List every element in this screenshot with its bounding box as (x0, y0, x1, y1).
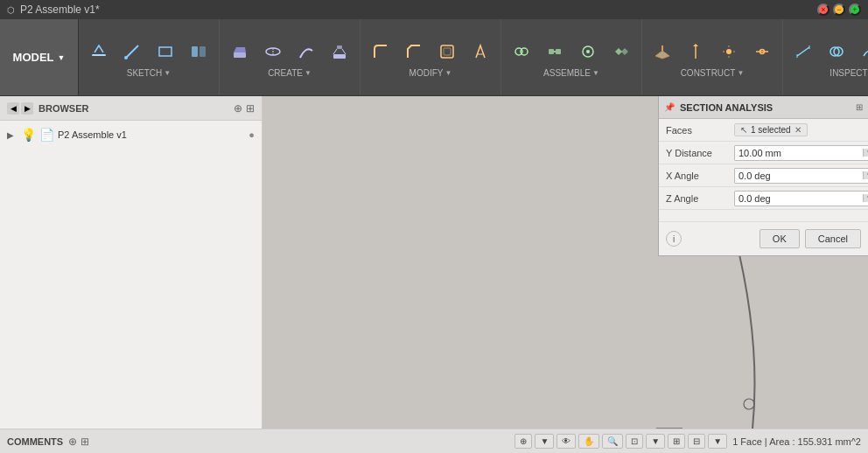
panel-row-xangle: X Angle ▼ (659, 164, 868, 187)
sketch-create-icon (89, 42, 108, 61)
viewport-grid2-button[interactable]: ⊟ (688, 434, 705, 449)
construct-icons (648, 37, 777, 66)
viewport-view-button[interactable]: 👁 (556, 434, 576, 449)
panel-info-button[interactable]: i (666, 231, 682, 247)
zangle-input-wrapper: ▼ (734, 191, 868, 206)
xangle-label: X Angle (666, 171, 727, 181)
faces-clear-button[interactable]: ✕ (794, 125, 802, 135)
assemble-motion-button[interactable] (606, 37, 636, 66)
create-revolve-button[interactable] (258, 37, 288, 66)
status-text: 1 Face | Area : 155.931 mm^2 (732, 436, 861, 447)
ydistance-label: Y Distance (666, 148, 727, 158)
section-panel-header: 📌 SECTION ANALYSIS ⊞ (659, 96, 868, 119)
create-group-label[interactable]: CREATE ▼ (268, 68, 312, 78)
svg-rect-18 (549, 49, 554, 54)
zangle-input[interactable] (735, 192, 863, 206)
inspect-group-label[interactable]: INSPECT ▼ (830, 68, 868, 78)
create-loft-button[interactable] (325, 37, 354, 66)
faces-field: ↖ 1 selected ✕ (734, 123, 861, 136)
create-extrude-button[interactable] (225, 37, 255, 66)
modify-fillet-button[interactable] (366, 37, 396, 66)
panel-title: SECTION ANALYSIS (680, 102, 850, 113)
assemble-group-label[interactable]: ASSEMBLE ▼ (543, 68, 599, 78)
modify-group-label[interactable]: MODIFY ▼ (410, 68, 452, 78)
fillet-icon (371, 42, 390, 61)
modify-draft-button[interactable] (466, 37, 495, 66)
ydistance-input[interactable] (735, 146, 863, 160)
xangle-dropdown-icon[interactable]: ▼ (863, 171, 868, 179)
viewport-pan-button[interactable]: ✋ (578, 434, 599, 449)
construct-group-label[interactable]: CONSTRUCT ▼ (681, 68, 745, 78)
panel-expand-icon[interactable]: ⊞ (856, 102, 863, 112)
modify-chamfer-button[interactable] (399, 37, 429, 66)
viewport-dropdown-button[interactable]: ▼ (646, 434, 665, 449)
zangle-label: Z Angle (666, 193, 727, 204)
svg-line-1 (126, 45, 138, 58)
modify-shell-button[interactable] (432, 37, 462, 66)
status-bar: 1 Face | Area : 155.931 mm^2 (732, 436, 861, 447)
inspect-measure-button[interactable] (788, 37, 818, 66)
svg-marker-7 (234, 47, 246, 52)
maximize-button[interactable]: + (849, 3, 861, 16)
zangle-dropdown-icon[interactable]: ▼ (863, 194, 868, 202)
inspect-curvature-button[interactable] (855, 37, 868, 66)
browser-back-button[interactable]: ◀ (7, 102, 19, 115)
browser-forward-button[interactable]: ▶ (21, 102, 33, 115)
browser-tree: ▶ 💡 📄 P2 Assemble v1 ● (0, 121, 262, 429)
sketch-rect-icon (156, 42, 175, 61)
viewport-settings-button[interactable]: ▼ (535, 434, 554, 449)
tree-item-p2assemble[interactable]: ▶ 💡 📄 P2 Assemble v1 ● (4, 124, 258, 145)
comments-add-button[interactable]: ⊕ (68, 436, 77, 448)
panel-row-faces: Faces ↖ 1 selected ✕ (659, 119, 868, 142)
svg-point-22 (586, 50, 590, 53)
model-chevron-icon: ▼ (58, 53, 66, 62)
create-sweep-button[interactable] (291, 37, 321, 66)
minimize-button[interactable]: − (833, 3, 845, 16)
model-menu-button[interactable]: MODEL ▼ (0, 19, 79, 95)
drive-icon (578, 42, 598, 61)
point-icon (719, 42, 738, 61)
sketch-rect-button[interactable] (150, 37, 180, 66)
panel-row-ydistance: Y Distance ▼ (659, 142, 868, 164)
assemble-drive-button[interactable] (573, 37, 603, 66)
browser-controls: ⊕ ⊞ (234, 102, 255, 115)
browser-panel: ◀ ▶ BROWSER ⊕ ⊞ ▶ 💡 📄 P2 Assemble v1 ● (0, 96, 262, 429)
construct-point-button[interactable] (714, 37, 744, 66)
sketch-create-button[interactable] (84, 37, 114, 66)
construct-axis-button[interactable] (681, 37, 710, 66)
viewport-display-button[interactable]: ▼ (708, 434, 727, 449)
svg-point-74 (744, 399, 754, 409)
svg-rect-5 (200, 46, 206, 57)
viewport-zoom-button[interactable]: 🔍 (602, 434, 623, 449)
inspect-interference-button[interactable] (822, 37, 851, 66)
construct-plane-button[interactable] (648, 37, 677, 66)
sketch-mirror-button[interactable] (184, 37, 214, 66)
viewport-grid-button[interactable]: ⊞ (668, 434, 685, 449)
viewport-fit-button[interactable]: ⊡ (626, 434, 643, 449)
assemble-joint-button[interactable] (507, 37, 536, 66)
svg-marker-26 (693, 44, 698, 46)
assemble-rigid-button[interactable] (540, 37, 570, 66)
comments-settings-button[interactable]: ⊞ (80, 436, 89, 448)
browser-settings-button[interactable]: ⊕ (234, 102, 242, 115)
sketch-line-button[interactable] (117, 37, 147, 66)
browser-collapse-button[interactable]: ⊞ (246, 102, 255, 115)
sketch-group-label[interactable]: SKETCH ▼ (127, 68, 171, 78)
viewport-home-button[interactable]: ⊕ (514, 434, 532, 449)
panel-pin-icon[interactable]: 📌 (664, 102, 675, 112)
close-button[interactable]: × (817, 3, 830, 16)
svg-rect-3 (159, 47, 172, 56)
browser-nav-arrows: ◀ ▶ (7, 102, 33, 115)
svg-rect-19 (556, 49, 561, 54)
viewport-tools: ⊕ ▼ 👁 ✋ 🔍 ⊡ ▼ ⊞ ⊟ ▼ (514, 434, 727, 449)
svg-rect-0 (92, 54, 106, 56)
panel-ok-button[interactable]: OK (760, 229, 800, 248)
construct-midpoint-button[interactable] (747, 37, 777, 66)
ydistance-dropdown-icon[interactable]: ▼ (863, 149, 868, 157)
browser-title: BROWSER (38, 103, 228, 114)
construct-dropdown-icon: ▼ (737, 69, 744, 77)
xangle-input[interactable] (735, 169, 863, 183)
canvas-area[interactable]: FRONT (262, 96, 868, 429)
panel-cancel-button[interactable]: Cancel (805, 229, 861, 248)
window-controls: × − + (817, 3, 861, 16)
